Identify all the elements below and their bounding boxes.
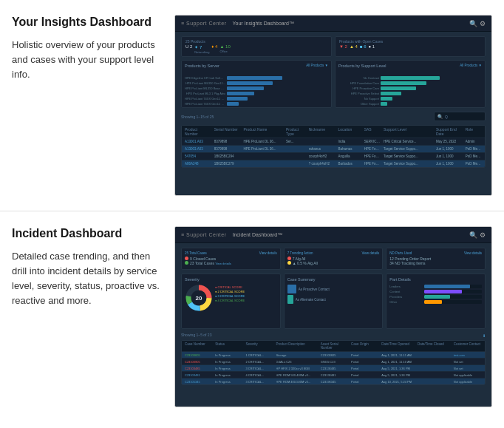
td-status: In Progress [215,360,243,364]
donut-container: 20 [185,284,213,315]
td-case: C23103481 [185,373,213,377]
metrics-row: 25 Products U 2 ✦ 7Networking ♦ 4 ▲ 10Of… [181,36,486,57]
td-closed [418,380,452,384]
cell-role: Admin [466,140,482,143]
bar4-label: HPE ProLiant ML3 1 Pkg Alex [185,92,225,95]
part-fill-4 [424,300,441,304]
td-closed [418,373,452,377]
part-details-bars: Leaders Content Providers [389,285,482,304]
part-lbl-3: Providers [389,295,423,299]
inc-metric-detail: 9 Closed Cases 23 Total Cases View detai… [185,257,277,265]
part-bar-1: Leaders [389,285,482,288]
trending-detail: 7 Alg All ▲ 0.5 % Alg All [287,257,380,265]
incident-section: Incident Dashboard Detailed case trendin… [0,211,504,422]
td-product: Storage [276,353,319,357]
td-case: C23105345 [185,380,213,384]
donut-svg: 20 [185,284,213,312]
td-closed [418,367,452,370]
cell-end: May 25, 2022 [436,140,463,143]
products-by-server-chart: Products by Server All Products ▼ HPE Ed… [181,60,332,108]
td-case: C23100605 [185,353,213,357]
col-serial: Serial Number [214,127,241,136]
bar1-label: HPE Edgeline CFI Lab Software [185,76,225,80]
table-row: A13003.A03 8379998 HPE ProLiant DL 36...… [182,145,485,152]
part-bar-3: Providers [389,295,482,299]
bar2-fill [227,81,273,85]
trending-link: View details [361,251,379,255]
case-proactive: As Proactive Contact [287,285,380,293]
sbar5-label: No Support [338,97,379,101]
case-summary-title: Case Summary [287,277,380,282]
td-product: HPE ROM 500-400M v3... [276,373,319,377]
cell-name: HPE ProLiant DL 36... [243,147,283,151]
td-closed [418,360,452,364]
cell-level: HPE Critical Service... [384,140,433,143]
inc-table-controls: Showing 1–5 of 23 ⬇ [181,333,486,339]
cell-nick: rahanus [309,147,336,151]
insights-title: Your Insights Dashboard [12,15,163,30]
part-bar-2: Content [389,290,482,293]
alternate-label: As Alternate Contact [296,298,326,302]
td-serial: C23100605 [321,353,349,357]
td-origin: Portal [351,380,379,384]
cell-type [286,154,306,158]
nd-title: ND Parts Used View details [389,251,482,255]
sbar1-label: No Contract [338,76,379,80]
insights-dashboard: ≡ Support Center Your Insights Dashboard… [175,16,491,195]
insights-topbar: ≡ Support Center Your Insights Dashboard… [175,16,491,32]
cell-serial: 8379998 [214,147,241,151]
chart2-title: Products by Support Level All Products ▼ [338,64,482,68]
metric-white: ● 1 [369,44,375,49]
bar1-fill [227,76,282,80]
search-bar[interactable]: 🔍 Q [434,112,486,121]
cell-role: PoD Member [466,162,482,166]
bar3-label: HPE ProLiant ML350 Base Serv [185,86,225,90]
cell-type [286,162,306,166]
metric-u: U 2 [185,44,192,54]
cell-serial: 1B025BC279 [214,162,241,166]
cell-end: Jun 1, 1000 [436,147,463,151]
cell-nick: ? courph4oH2 [309,162,336,166]
cell-nick: courph4oH2 [309,154,336,158]
sbar4-fill [381,92,401,95]
td-origin: Portal [351,373,379,377]
col-role: Role [466,127,482,136]
part-track-2 [424,290,482,293]
td-opened: Aug 1, 2021, 11:10 AM [381,360,415,364]
table-controls: Showing 1–15 of 25 🔍 Q [181,112,486,123]
nd-link: View details [464,251,482,255]
total-cases-link: View details [259,251,277,255]
cell-product-num: A86A248 [185,162,211,166]
sev-2: ● 2 CRITICAL SCORE [215,290,245,293]
sbar3-fill [381,86,416,90]
inc-showing-text: Showing 1–5 of 23 [181,333,211,337]
cell-sas: SERVICE... [364,140,381,143]
bar5-fill [227,97,248,101]
bar5-label: HPE ProLiant 74XX Gen11 NVP [185,97,225,101]
td-contact: test.com [454,353,482,357]
inc-export-icon[interactable]: ⬇ [483,333,486,338]
proactive-label: As Proactive Contact [299,288,330,291]
cell-role: PoD Member [466,154,482,158]
trending-card: 7 Trending Action View details 7 Alg All… [284,248,384,270]
cell-loc: Barbados [338,162,361,166]
chart2-filter: All Products ▼ [460,64,482,68]
inc-table-row: C23100605 In Progress 1 CRITICAL... Stor… [182,351,485,358]
cell-role: PoD Member [466,147,482,151]
inc-table-header: Case Number Status Severity Product Desc… [182,341,485,351]
inc-table-row: C23103485 In Progress 3 CRITICAL... HP H… [182,364,485,371]
col-support-end: Support End Date [436,127,463,136]
bar6-label: HPE ProLiant 74XX Gen11 Plus [185,102,225,106]
dot-red [185,257,188,260]
inc-charts-row: Severity 20 [181,274,486,329]
showing-text: Showing 1–15 of 25 [181,115,214,119]
cell-nick [309,140,336,143]
nd-detail: 12 Pending Order Report 34 ND Tracking I… [389,257,482,265]
bar6-fill [227,102,239,106]
case-summary-chart: Case Summary As Proactive Contact As Alt… [284,274,384,329]
bar4-fill [227,92,254,95]
part-track-4 [424,300,482,304]
cell-name [243,162,283,166]
cell-end: Jun 1, 1000 [436,154,463,158]
td-contact: Not set [454,367,482,370]
